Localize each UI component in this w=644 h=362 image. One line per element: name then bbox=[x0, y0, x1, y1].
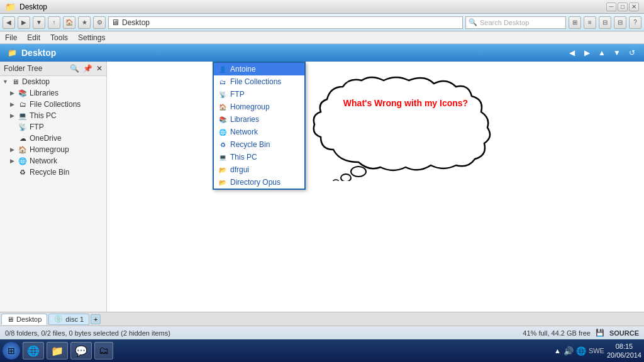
opus-icon: 🗂 bbox=[99, 345, 109, 356]
ctx-item-homegroup[interactable]: 🏠 Homegroup bbox=[214, 101, 304, 113]
tab-desktop-icon: 🖥 bbox=[7, 315, 14, 323]
ctx-icon-recycle: ♻ bbox=[218, 140, 228, 150]
taskbar-opus[interactable]: 🗂 bbox=[94, 342, 113, 359]
help-btn[interactable]: ? bbox=[629, 16, 641, 29]
tree-item-desktop[interactable]: ▼ 🖥 Desktop bbox=[0, 76, 106, 87]
tree-arrow-fc: ▶ bbox=[10, 101, 18, 107]
status-source: SOURCE bbox=[609, 329, 639, 337]
maximize-button[interactable]: □ bbox=[618, 3, 628, 11]
ctx-item-dfrgui[interactable]: 📂 dfrgui bbox=[214, 163, 304, 176]
ctx-label-ftp: FTP bbox=[230, 90, 245, 99]
tray-speaker-icon[interactable]: 🔊 bbox=[564, 346, 574, 356]
tree-icon-libraries: 📚 bbox=[18, 88, 28, 98]
tray-chevron-icon[interactable]: ▲ bbox=[554, 347, 561, 354]
ctx-icon-opus: 📂 bbox=[218, 177, 228, 187]
tray-time-value: 08:15 bbox=[607, 342, 641, 351]
view-toggle2[interactable]: ≡ bbox=[584, 16, 596, 29]
ctx-icon-dfrgui: 📂 bbox=[218, 165, 228, 175]
search-icon: 🔍 bbox=[469, 18, 477, 26]
down-nav-btn[interactable]: ▼ bbox=[610, 46, 624, 60]
menu-tools[interactable]: Tools bbox=[48, 33, 70, 43]
title-bar: 📁 Desktop ─ □ ✕ bbox=[0, 0, 644, 14]
tray-clock[interactable]: 08:15 20/06/2014 bbox=[607, 342, 641, 360]
ctx-item-antoine[interactable]: 👤 Antoine bbox=[214, 63, 304, 75]
tree-icon-onedrive: ☁ bbox=[18, 133, 28, 143]
tree-item-libraries[interactable]: ▶ 📚 Libraries bbox=[0, 87, 106, 99]
tree-pin-icon[interactable]: 📌 bbox=[83, 64, 92, 73]
tree-icon-pc: 💻 bbox=[18, 111, 28, 121]
taskbar-skype[interactable]: 💬 bbox=[70, 342, 92, 359]
minimize-button[interactable]: ─ bbox=[606, 3, 616, 11]
next-nav-btn[interactable]: ▶ bbox=[580, 46, 594, 60]
column-btn[interactable]: ⊟ bbox=[614, 16, 626, 29]
tab-desktop[interactable]: 🖥 Desktop bbox=[1, 314, 47, 325]
ctx-item-opus[interactable]: 📂 Directory Opus bbox=[214, 176, 304, 189]
ctx-icon-antoine: 👤 bbox=[218, 64, 228, 74]
ctx-label-homegroup: Homegroup bbox=[230, 102, 270, 111]
tree-arrow-libraries: ▶ bbox=[10, 90, 18, 96]
back-button[interactable]: ◀ bbox=[3, 16, 15, 29]
ie-icon: 🌐 bbox=[27, 345, 40, 357]
skype-icon: 💬 bbox=[75, 345, 87, 357]
tray-date-value: 20/06/2014 bbox=[607, 351, 641, 359]
tree-item-filecollections[interactable]: ▶ 🗂 File Collections bbox=[0, 99, 106, 110]
tree-icon-homegroup: 🏠 bbox=[18, 145, 28, 155]
ctx-item-thispc[interactable]: 💻 This PC bbox=[214, 151, 304, 163]
tab-disc1[interactable]: 💿 disc 1 bbox=[48, 314, 89, 325]
tree-label-fc: File Collections bbox=[30, 100, 80, 109]
start-button[interactable]: ⊞ bbox=[3, 342, 20, 359]
ctx-item-ftp[interactable]: 📡 FTP bbox=[214, 88, 304, 101]
thought-bubble: What's Wrong with my Icons? bbox=[308, 74, 503, 181]
tab-plus-icon: + bbox=[94, 315, 97, 323]
ctx-icon-network: 🌐 bbox=[218, 127, 228, 137]
toolbar-nav-group: ◀ ▶ ▲ ▼ ↺ bbox=[565, 46, 639, 60]
taskbar-explorer[interactable]: 📁 bbox=[47, 342, 68, 359]
thought-bubble-message: What's Wrong with my Icons? bbox=[343, 98, 468, 108]
tree-item-thispc[interactable]: ▶ 💻 This PC bbox=[0, 110, 106, 121]
recent-button[interactable]: ▼ bbox=[33, 16, 45, 29]
nav-extra[interactable]: ⚙ bbox=[93, 16, 106, 29]
forward-button[interactable]: ▶ bbox=[18, 16, 30, 29]
bottom-tabs: 🖥 Desktop 💿 disc 1 + bbox=[0, 312, 644, 326]
tab-add-button[interactable]: + bbox=[91, 314, 101, 324]
bookmark-button[interactable]: ★ bbox=[78, 16, 91, 29]
refresh-btn[interactable]: ↺ bbox=[625, 46, 639, 60]
search-bar[interactable]: 🔍 Search Desktop bbox=[465, 16, 566, 29]
main-area: Folder Tree 🔍 📌 ✕ ▼ 🖥 Desktop ▶ 📚 Librar… bbox=[0, 62, 644, 312]
home-button[interactable]: 🏠 bbox=[63, 16, 75, 29]
ctx-item-recycle[interactable]: ♻ Recycle Bin bbox=[214, 138, 304, 151]
tree-item-homegroup[interactable]: ▶ 🏠 Homegroup bbox=[0, 144, 106, 155]
svg-point-2 bbox=[333, 180, 339, 181]
folder-expand-icon: 📁 bbox=[5, 46, 19, 60]
ctx-label-recycle: Recycle Bin bbox=[230, 140, 270, 149]
tree-item-recycle[interactable]: ♻ Recycle Bin bbox=[0, 167, 106, 178]
tree-label-homegroup: Homegroup bbox=[30, 145, 69, 154]
view-toggle[interactable]: ⊞ bbox=[569, 16, 581, 29]
ctx-item-fc[interactable]: 🗂 File Collections bbox=[214, 75, 304, 88]
folder-tree-label: Folder Tree bbox=[4, 64, 66, 73]
sort-btn[interactable]: ⊟ bbox=[599, 16, 611, 29]
tree-item-network[interactable]: ▶ 🌐 Network bbox=[0, 155, 106, 167]
current-folder-title: Desktop bbox=[21, 48, 56, 58]
close-button[interactable]: ✕ bbox=[629, 3, 639, 11]
taskbar-ie[interactable]: 🌐 bbox=[23, 342, 44, 359]
prev-nav-btn[interactable]: ◀ bbox=[565, 46, 579, 60]
explorer-icon: 📁 bbox=[51, 345, 64, 357]
ctx-item-network[interactable]: 🌐 Network bbox=[214, 126, 304, 138]
tree-close-icon[interactable]: ✕ bbox=[96, 64, 103, 73]
menu-settings[interactable]: Settings bbox=[75, 33, 108, 43]
ctx-label-fc: File Collections bbox=[230, 77, 281, 86]
ctx-item-libraries[interactable]: 📚 Libraries bbox=[214, 113, 304, 126]
tree-arrow-pc: ▶ bbox=[10, 112, 18, 119]
up-button[interactable]: ↑ bbox=[48, 16, 60, 29]
address-bar[interactable]: 🖥 Desktop bbox=[108, 16, 463, 29]
up-nav-btn[interactable]: ▲ bbox=[595, 46, 609, 60]
menu-file[interactable]: File bbox=[3, 33, 19, 43]
tree-arrow-homegroup: ▶ bbox=[10, 146, 18, 153]
app-icon: 📁 bbox=[5, 2, 16, 12]
tree-item-onedrive[interactable]: ☁ OneDrive bbox=[0, 133, 106, 144]
tree-search-icon[interactable]: 🔍 bbox=[70, 64, 79, 73]
tray-network-icon[interactable]: 🌐 bbox=[576, 346, 586, 356]
menu-edit[interactable]: Edit bbox=[25, 33, 43, 43]
tree-item-ftp[interactable]: 📡 FTP bbox=[0, 121, 106, 133]
